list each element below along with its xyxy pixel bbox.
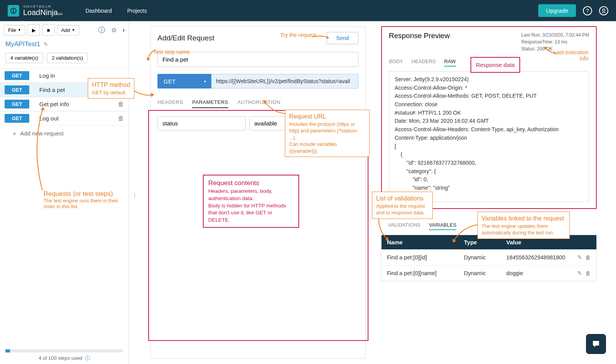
method-badge: GET — [5, 71, 29, 80]
edit-icon[interactable]: ✎ — [577, 270, 582, 276]
stop-button[interactable]: ■ — [42, 24, 55, 36]
param-key-input[interactable] — [157, 116, 246, 130]
method-badge: GET — [5, 114, 29, 123]
trash-icon[interactable]: 🗑 — [585, 270, 591, 276]
method-badge: GET — [5, 85, 29, 94]
trash-icon[interactable]: 🗑 — [118, 101, 124, 108]
info-icon[interactable]: ⓘ — [98, 25, 105, 35]
response-title: Response Preview — [389, 32, 450, 52]
edit-name-icon[interactable]: ✎ — [44, 41, 48, 47]
callout-http-method: HTTP method GET by default. — [88, 78, 134, 99]
help-icon[interactable]: ? — [583, 6, 592, 15]
upgrade-button[interactable]: Upgrade — [538, 4, 576, 17]
request-item[interactable]: GET Log out 🗑 — [0, 111, 129, 125]
resp-tab-headers[interactable]: HEADERS — [412, 57, 436, 67]
drag-handle-icon[interactable]: ●●● — [134, 192, 136, 198]
logo: SMARTBEAR LoadNinjaSM — [8, 5, 62, 17]
http-method-select[interactable]: GET — [157, 74, 211, 88]
request-item[interactable]: GET Get pet info 🗑 — [0, 97, 129, 111]
edit-icon[interactable]: ✎ — [577, 254, 582, 260]
collapse-icon[interactable]: ‹ — [123, 27, 125, 33]
callout-validations: List of validations Applied to the reque… — [372, 192, 433, 219]
brand-main: LoadNinja — [23, 8, 58, 17]
app-header: SMARTBEAR LoadNinjaSM Dashboard Projects… — [0, 0, 616, 21]
nav-projects[interactable]: Projects — [127, 8, 147, 14]
svg-point-1 — [603, 9, 605, 11]
method-badge: GET — [5, 100, 29, 109]
test-name: MyAPITest1 ✎ — [0, 39, 129, 50]
variable-row: Find a pet:[0][name]Dynamicdoggie✎🗑 — [382, 265, 596, 281]
file-menu[interactable]: File ▼ — [4, 25, 25, 35]
validations-chip[interactable]: 2 validation(s) — [47, 53, 88, 63]
trash-icon[interactable]: 🗑 — [585, 254, 591, 260]
logo-icon — [8, 5, 19, 17]
callout-test-step-name: Test step name — [153, 49, 190, 55]
editor-tabs: HEADERS PARAMETERS AUTHORIZATION — [157, 97, 358, 109]
variables-chip[interactable]: 4 variable(s) — [5, 53, 43, 63]
callout-try-request: Try the request — [280, 32, 316, 38]
variables-table: Name Type Value Find a pet:[0][id]Dynami… — [381, 235, 597, 281]
tab-headers[interactable]: HEADERS — [157, 97, 183, 108]
resp-tab-raw[interactable]: RAW — [444, 57, 456, 67]
callout-request-contents: Request contents Headers, parameters, bo… — [203, 175, 299, 228]
gear-icon[interactable]: ⚙ — [111, 27, 117, 34]
chat-fab[interactable] — [586, 334, 606, 354]
callout-requests: Requests (or test steps) The test engine… — [44, 190, 128, 209]
callout-request-url: Request URL Includes the protocol (https… — [285, 110, 370, 157]
response-raw[interactable]: Server: Jetty(9.2.9.v20150224) Access-Co… — [389, 71, 589, 202]
request-url-input[interactable] — [211, 74, 358, 88]
steps-used: 4 of 100 steps used ⓘ — [0, 349, 129, 362]
request-label: Log out — [39, 115, 118, 122]
add-request[interactable]: ＋ Add new request — [0, 125, 129, 142]
user-icon[interactable] — [599, 6, 608, 15]
add-menu[interactable]: Add ▼ — [57, 25, 79, 35]
trash-icon[interactable]: 🗑 — [118, 115, 124, 122]
tab-variables[interactable]: VARIABLES — [429, 220, 456, 230]
tab-parameters[interactable]: PARAMETERS — [192, 97, 228, 108]
callout-last-exec: Last execution info — [554, 49, 588, 62]
col-type: Type — [464, 239, 506, 245]
col-value: Value — [506, 239, 572, 245]
col-name: Name — [387, 239, 464, 245]
request-label: Get pet info — [39, 101, 118, 107]
resp-tab-body[interactable]: BODY — [389, 57, 403, 67]
sidebar-toolbar: File ▼ ▶ ■ Add ▼ ⓘ ⚙ ‹ — [0, 21, 129, 39]
tab-authorization[interactable]: AUTHORIZATION — [238, 97, 281, 108]
callout-response-data: Response data — [470, 57, 520, 73]
variable-row: Find a pet:[0][id]Dynamic184556326294898… — [382, 249, 596, 265]
tab-validations[interactable]: VALIDATIONS — [388, 220, 420, 230]
nav-dashboard[interactable]: Dashboard — [85, 8, 112, 14]
callout-variables: Variables linked to the request The test… — [477, 212, 570, 239]
play-button[interactable]: ▶ — [28, 24, 40, 36]
send-button[interactable]: Send — [326, 32, 358, 44]
